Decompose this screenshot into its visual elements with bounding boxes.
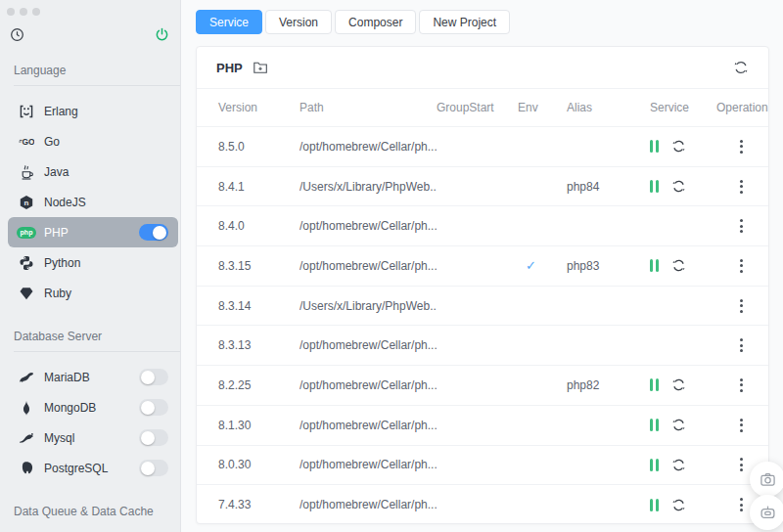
service-cell (650, 139, 716, 154)
version-cell: 7.4.33 (218, 498, 299, 511)
table-row: 8.4.0/opt/homebrew/Cellar/ph... (197, 205, 768, 245)
toggle-knob (141, 401, 155, 415)
row-menu-button[interactable] (734, 456, 748, 473)
path-cell: /Users/x/Library/PhpWeb... (299, 180, 437, 194)
service-cell (650, 258, 716, 273)
row-menu-button[interactable] (734, 417, 748, 434)
go-icon: GO (17, 133, 36, 151)
row-menu-button[interactable] (734, 297, 748, 315)
stop-service-button[interactable] (650, 140, 659, 153)
operation-cell (716, 217, 768, 235)
restart-service-button[interactable] (671, 139, 686, 154)
operation-cell (716, 417, 768, 434)
stop-service-button[interactable] (650, 180, 659, 193)
restart-service-button[interactable] (671, 258, 686, 273)
toggle-knob (141, 462, 155, 475)
row-menu-button[interactable] (734, 138, 748, 155)
mariadb-toggle[interactable] (139, 369, 168, 385)
tab-new-project[interactable]: New Project (419, 10, 510, 34)
table-row: 7.4.33/opt/homebrew/Cellar/ph... (197, 484, 768, 523)
stop-service-button[interactable] (650, 499, 659, 511)
sidebar-item-label: Python (44, 256, 168, 270)
php-toggle[interactable] (139, 224, 168, 241)
row-menu-button[interactable] (734, 178, 748, 196)
restart-service-button[interactable] (671, 179, 686, 194)
col-header-version: Version (218, 101, 299, 114)
table-row: 8.3.15/opt/homebrew/Cellar/ph...✓php83 (197, 245, 768, 286)
table-row: 8.3.14/Users/x/Library/PhpWeb... (197, 286, 768, 326)
path-cell: /opt/homebrew/Cellar/ph... (299, 259, 437, 273)
section-title: Database Server (14, 330, 180, 343)
stop-service-button[interactable] (650, 259, 659, 272)
col-header-path: Path (299, 101, 437, 114)
mysql-toggle[interactable] (139, 429, 168, 446)
panel-header: PHP (197, 47, 768, 88)
sidebar-item-java[interactable]: Java (8, 156, 178, 187)
panel-title: PHP (216, 61, 243, 75)
traffic-light-close[interactable] (7, 8, 15, 16)
divider (14, 85, 180, 86)
java-icon (17, 163, 36, 181)
restart-service-button[interactable] (671, 458, 686, 472)
restart-service-button[interactable] (671, 418, 686, 432)
clock-icon[interactable] (10, 27, 24, 42)
version-cell: 8.5.0 (218, 140, 299, 154)
sidebar-item-label: Mysql (44, 431, 131, 445)
tab-composer[interactable]: Composer (335, 10, 416, 34)
version-cell: 8.1.30 (218, 419, 299, 432)
chatbot-fab-button[interactable] (750, 495, 783, 530)
table-row: 8.2.25/opt/homebrew/Cellar/ph...php82 (197, 365, 768, 405)
tab-service[interactable]: Service (196, 10, 262, 34)
tab-bar: ServiceVersionComposerNew Project (196, 10, 783, 34)
service-cell (650, 377, 716, 392)
toggle-knob (141, 431, 155, 445)
sidebar-item-nodejs[interactable]: nNodeJS (8, 187, 178, 217)
sidebar-item-mariadb[interactable]: MariaDB (8, 362, 178, 392)
power-icon[interactable] (155, 27, 169, 42)
screenshot-fab-button[interactable] (750, 462, 783, 497)
section-items: ErlangGOGoJavanNodeJSphpPHPPythonRuby (0, 96, 180, 308)
row-menu-button[interactable] (734, 257, 748, 275)
operation-cell (716, 377, 768, 394)
tab-version[interactable]: Version (265, 10, 332, 34)
stop-service-button[interactable] (650, 378, 659, 391)
sidebar-item-python[interactable]: Python (8, 247, 178, 278)
sidebar-item-erlang[interactable]: Erlang (8, 96, 178, 126)
row-menu-button[interactable] (734, 377, 748, 394)
sidebar-item-label: MariaDB (44, 371, 131, 384)
mongodb-toggle[interactable] (139, 399, 168, 416)
stop-service-button[interactable] (650, 459, 659, 471)
window-controls (0, 0, 180, 16)
version-cell: 8.3.14 (218, 299, 299, 313)
restart-service-button[interactable] (671, 498, 686, 512)
table-row: 8.1.30/opt/homebrew/Cellar/ph... (197, 405, 768, 445)
section-items: MariaDBMongoDBMysqlPostgreSQL (0, 362, 180, 483)
sidebar-item-label: Java (44, 165, 168, 179)
path-cell: /opt/homebrew/Cellar/ph... (299, 338, 437, 352)
version-cell: 8.4.1 (218, 180, 299, 194)
operation-cell (716, 257, 768, 275)
sidebar-item-ruby[interactable]: Ruby (8, 278, 178, 308)
folder-add-icon[interactable] (253, 60, 268, 75)
restart-service-button[interactable] (671, 377, 686, 392)
postgresql-toggle[interactable] (139, 460, 168, 476)
refresh-icon[interactable] (733, 60, 749, 75)
row-menu-button[interactable] (734, 496, 748, 513)
sidebar-item-go[interactable]: GOGo (8, 126, 178, 156)
sidebar-item-mysql[interactable]: Mysql (8, 422, 178, 453)
traffic-light-zoom[interactable] (32, 8, 40, 16)
traffic-light-minimize[interactable] (20, 8, 27, 16)
stop-service-button[interactable] (650, 419, 659, 431)
row-menu-button[interactable] (734, 217, 748, 235)
mariadb-icon (17, 369, 36, 386)
ruby-icon (17, 285, 36, 302)
sidebar-toolbar (0, 16, 180, 42)
sidebar-item-postgresql[interactable]: PostgreSQL (8, 453, 178, 483)
sidebar-item-php[interactable]: phpPHP (8, 217, 178, 247)
version-cell: 8.3.15 (218, 259, 299, 273)
sidebar-item-mongodb[interactable]: MongoDB (8, 392, 178, 422)
sidebar-item-setup[interactable]: Setup (8, 528, 178, 532)
sidebar: LanguageErlangGOGoJavanNodeJSphpPHPPytho… (0, 0, 181, 532)
env-check-icon: ✓ (526, 258, 536, 273)
row-menu-button[interactable] (734, 336, 748, 354)
